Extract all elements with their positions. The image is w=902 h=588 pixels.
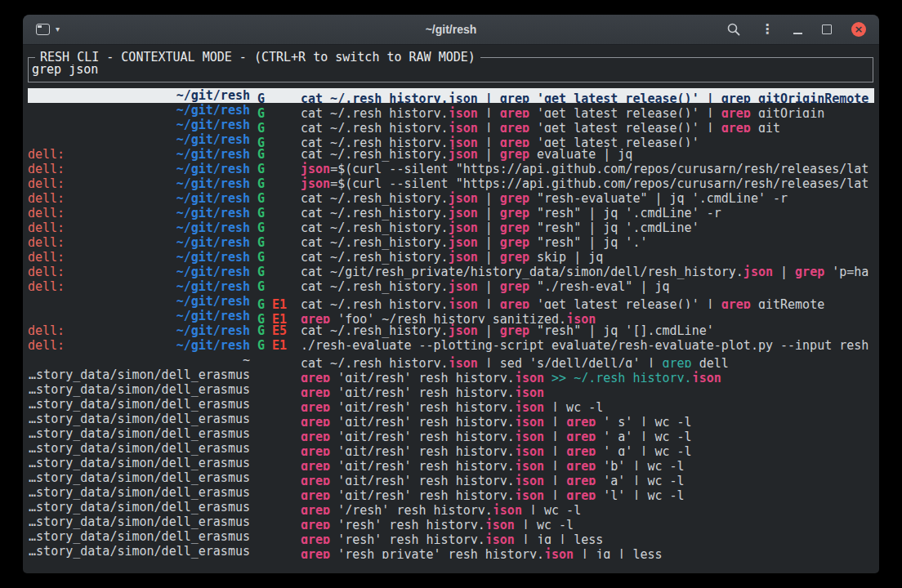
history-row[interactable]: ~/git/reshGE1grep 'foo' ~/resh_history_s… [28,309,874,323]
directory-label: …story_data/simon/dell_erasmus [29,485,250,500]
history-row[interactable]: dell:~/git/reshGjson=$(curl --silent "ht… [28,176,874,191]
command-segment: >> ~/.resh_history. [551,371,692,382]
directory-label: ~/git/resh [176,309,250,323]
history-row[interactable]: ~/git/reshGcat ~/.resh_history.json | gr… [28,132,874,147]
directory-label: ~/git/resh [176,191,250,206]
history-row[interactable]: ~/git/reshGcat ~/.resh_history.json | gr… [28,88,874,103]
command-segment: ./resh-evaluate --plotting-script evalua… [301,338,869,353]
history-row[interactable]: …story_data/simon/dell_erasmusgrep 'git/… [28,412,874,426]
history-row[interactable]: …story_data/simon/dell_erasmusgrep 'resh… [28,514,874,529]
command-segment: grep [566,488,596,500]
command-segment: gitOriginRemote [751,91,869,103]
command-segment: grep [301,371,330,382]
command-segment: json [449,147,478,162]
command-segment: grep [301,532,330,544]
close-button[interactable]: × [851,22,866,37]
history-row[interactable]: dell:~/git/reshGcat ~/.resh_history.json… [28,206,874,220]
history-row[interactable]: …story_data/simon/dell_erasmusgrep 'git/… [28,470,874,485]
command-text: cat ~/.resh_history.json | grep 'get_lat… [301,297,874,309]
history-row[interactable]: …story_data/simon/dell_erasmusgrep 'git/… [28,485,874,500]
row-flags: G [257,91,293,103]
flag-badge: E1 [272,312,287,323]
history-row[interactable]: …story_data/simon/dell_erasmusgrep 'resh… [28,544,874,559]
history-row[interactable]: …story_data/simon/dell_erasmusgrep 'git/… [28,456,874,470]
row-flags: G [257,176,293,191]
command-segment: json [692,371,721,382]
search-button[interactable] [726,22,741,37]
command-segment: | [478,220,500,235]
command-segment: json [515,444,544,456]
history-row[interactable]: dell:~/git/reshGcat ~/.resh_history.json… [28,191,874,206]
history-row[interactable]: dell:~/git/reshGE1./resh-evaluate --plot… [28,338,874,353]
command-segment: "resh-evaluate" | jq '.cmdLine' -r [529,191,788,206]
command-segment: cat ~/.resh_history. [301,206,449,220]
history-row[interactable]: …story_data/simon/dell_erasmusgrep 'git/… [28,368,874,382]
command-segment: | [478,147,500,162]
command-segment: | [478,136,500,147]
row-location: dell:~/git/resh [28,265,250,279]
history-row[interactable]: ~/git/reshGcat ~/.resh_history.json | gr… [28,103,874,118]
command-segment: 'p=ha [824,265,869,279]
command-segment: 'a' | wc -l [596,474,684,485]
history-row[interactable]: …story_data/simon/dell_erasmusgrep '/res… [28,500,874,514]
terminal-content[interactable]: RESH CLI - CONTEXTUAL MODE - (CTRL+R to … [23,45,879,559]
command-segment: | [478,191,500,206]
row-location: …story_data/simon/dell_erasmus [28,441,250,456]
history-row[interactable]: ~/git/reshGcat ~/.resh_history.json | gr… [28,118,874,132]
command-segment: grep [795,265,824,279]
directory-label: ~/git/resh [176,294,250,309]
history-row[interactable]: dell:~/git/reshGcat ~/.resh_history.json… [28,147,874,162]
row-location: dell:~/git/resh [28,235,250,250]
command-text: cat ~/.resh_history.json | sed 's/dell/d… [301,356,874,368]
directory-label: …story_data/simon/dell_erasmus [29,544,250,559]
history-row[interactable]: …story_data/simon/dell_erasmusgrep 'git/… [28,441,874,456]
flag-badge: G [257,338,265,353]
history-row[interactable]: dell:~/git/reshGcat ~/git/resh_private/h… [28,265,874,279]
row-location: …story_data/simon/dell_erasmus [28,514,250,529]
history-row[interactable]: ~cat ~/.resh_history.json | sed 's/dell/… [28,353,874,368]
history-row[interactable]: dell:~/git/reshGcat ~/.resh_history.json… [28,220,874,235]
command-segment: json [449,356,478,368]
flag-badge: G [257,312,265,323]
history-row[interactable]: dell:~/git/reshGjson=$(curl --silent "ht… [28,162,874,176]
history-row[interactable]: …story_data/simon/dell_erasmusgrep 'git/… [28,382,874,397]
history-row[interactable]: dell:~/git/reshGcat ~/.resh_history.json… [28,250,874,265]
command-segment: | [544,444,566,456]
command-segment: grep [721,297,751,309]
row-flags: GE5 [257,323,293,338]
command-segment: json [515,400,544,412]
row-location: ~/git/resh [28,132,250,147]
chevron-down-icon[interactable]: ▾ [56,25,60,33]
command-segment: grep [566,474,596,485]
command-segment: grep [566,444,596,456]
row-flags: G [257,121,293,132]
command-segment: grep [566,459,596,470]
command-text: cat ~/.resh_history.json | grep evaluate… [301,147,874,162]
restore-button[interactable] [822,24,832,34]
command-segment: cat ~/.resh_history. [301,147,449,162]
titlebar[interactable]: ▾ ~/git/resh ⋮ × [23,15,879,45]
history-row[interactable]: dell:~/git/reshGcat ~/.resh_history.json… [28,235,874,250]
flag-badge: G [257,147,265,162]
row-location: dell:~/git/resh [28,206,250,220]
row-location: dell:~/git/resh [28,162,250,176]
history-row[interactable]: …story_data/simon/dell_erasmusgrep 'git/… [28,426,874,441]
command-segment [544,371,551,382]
history-row[interactable]: ~/git/reshGE1cat ~/.resh_history.json | … [28,294,874,309]
new-tab-button[interactable]: ▾ [36,24,60,35]
directory-label: …story_data/simon/dell_erasmus [29,500,250,514]
row-location: …story_data/simon/dell_erasmus [28,397,250,412]
history-row[interactable]: …story_data/simon/dell_erasmusgrep 'git/… [28,397,874,412]
command-segment: 'git/resh' resh_history. [330,459,515,470]
history-row[interactable]: dell:~/git/reshGcat ~/.resh_history.json… [28,279,874,294]
command-text: grep 'git/resh' resh_history.json | wc -… [301,400,874,412]
history-row[interactable]: dell:~/git/reshGE5cat ~/.resh_history.js… [28,323,874,338]
command-segment: grep [500,147,529,162]
directory-label: ~/git/resh [176,279,250,294]
menu-button[interactable]: ⋮ [761,23,774,36]
directory-label: ~/git/resh [176,103,250,118]
command-text: grep 'resh' resh_history.json | wc -l [301,518,874,529]
minimize-button[interactable] [793,24,802,35]
history-row[interactable]: …story_data/simon/dell_erasmusgrep 'resh… [28,529,874,544]
new-tab-icon [36,24,50,35]
